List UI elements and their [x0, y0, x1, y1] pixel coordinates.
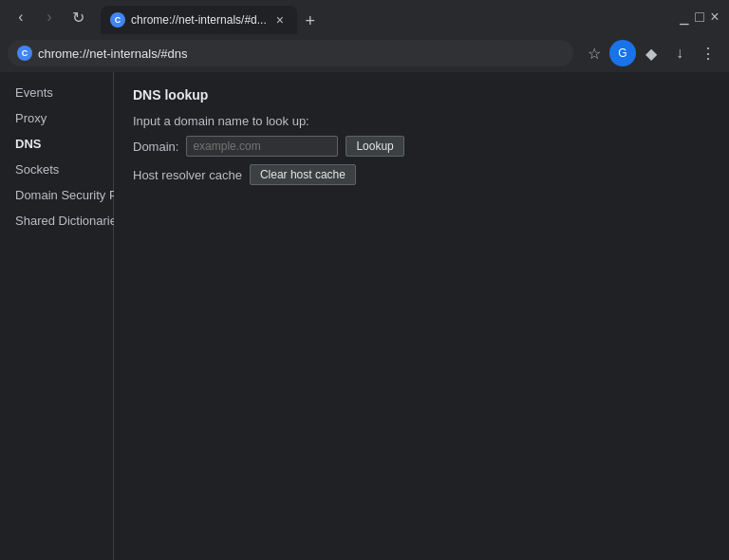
tab-title: chrome://net-internals/#d...: [131, 13, 267, 27]
address-favicon: C: [17, 46, 32, 61]
domain-input[interactable]: [186, 136, 338, 157]
sidebar-item-sockets[interactable]: Sockets: [0, 157, 113, 182]
more-menu-icon[interactable]: ⋮: [695, 40, 721, 66]
sidebar-item-events[interactable]: Events: [0, 80, 113, 105]
downloads-icon[interactable]: ↓: [666, 40, 693, 66]
tab-bar: C chrome://net-internals/#d... × +: [101, 0, 674, 34]
title-bar: ‹ › ↻ C chrome://net-internals/#d... × +…: [0, 0, 729, 34]
close-window-button[interactable]: ×: [708, 10, 721, 24]
sidebar-item-dns[interactable]: DNS: [0, 131, 113, 157]
extensions-icon[interactable]: ◆: [638, 40, 664, 66]
back-button[interactable]: ‹: [8, 4, 34, 30]
lookup-button[interactable]: Lookup: [346, 136, 403, 157]
active-tab[interactable]: C chrome://net-internals/#d... ×: [101, 6, 297, 34]
toolbar-icons: ☆ G ◆ ↓ ⋮: [581, 40, 721, 66]
clear-host-cache-button[interactable]: Clear host cache: [250, 164, 356, 185]
sidebar-item-proxy[interactable]: Proxy: [0, 105, 113, 131]
maximize-button[interactable]: □: [693, 10, 706, 24]
host-resolver-cache-label: Host resolver cache: [133, 168, 242, 182]
tab-close-button[interactable]: ×: [272, 12, 288, 28]
cache-row: Host resolver cache Clear host cache: [133, 164, 710, 185]
page-content: DNS lookup Input a domain name to look u…: [114, 72, 729, 560]
bookmark-icon[interactable]: ☆: [581, 40, 608, 66]
forward-button[interactable]: ›: [36, 4, 63, 30]
address-text: chrome://net-internals/#dns: [38, 47, 564, 61]
profile-icon[interactable]: G: [609, 40, 636, 66]
address-bar-row: C chrome://net-internals/#dns ☆ G ◆ ↓ ⋮: [0, 34, 729, 72]
sidebar-item-shared-dictionaries[interactable]: Shared Dictionaries: [0, 208, 113, 233]
domain-label: Domain:: [133, 140, 178, 154]
minimize-button[interactable]: ⎯: [678, 10, 691, 24]
tab-favicon: C: [110, 12, 125, 28]
section-title: DNS lookup: [133, 87, 710, 103]
new-tab-button[interactable]: +: [297, 8, 324, 34]
sidebar: Events Proxy DNS Sockets Domain Security…: [0, 72, 114, 560]
refresh-button[interactable]: ↻: [65, 4, 91, 30]
address-bar[interactable]: C chrome://net-internals/#dns: [8, 40, 573, 66]
main-content: Events Proxy DNS Sockets Domain Security…: [0, 72, 729, 560]
sidebar-item-domain-security-policy[interactable]: Domain Security Policy: [0, 182, 113, 208]
input-description: Input a domain name to look up:: [133, 114, 710, 128]
window-controls: ‹ › ↻: [8, 4, 91, 30]
domain-form-row: Domain: Lookup: [133, 136, 710, 157]
